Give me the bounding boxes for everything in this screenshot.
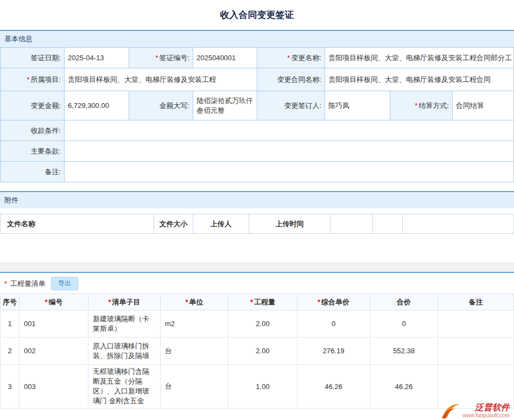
attachments-section: 附件 文件名称 文件大小 上传人 上传时间 bbox=[0, 191, 514, 262]
cell-total: 0 bbox=[370, 310, 438, 338]
required-marker: * bbox=[287, 54, 290, 62]
header-text: 序号 bbox=[3, 298, 17, 306]
attachments-col-empty-1 bbox=[331, 214, 373, 234]
boq-col-quantity: *工程量 bbox=[229, 294, 297, 310]
boq-col-remark: 备注 bbox=[438, 294, 514, 310]
boq-header-row: 序号 *编号 *清单子目 *单位 *工程量 *综合单价 合价 备注 bbox=[1, 294, 514, 310]
cell-seq: 2 bbox=[1, 338, 20, 365]
boq-section-header: * 工程量清单 导出 bbox=[0, 273, 514, 294]
field-label-signer: 变更签订人: bbox=[257, 91, 325, 120]
value-text: 2025040001 bbox=[196, 54, 236, 62]
cell-unit: 台 bbox=[161, 338, 229, 365]
cell-remark bbox=[438, 338, 514, 365]
basic-info-section-header: 基本信息 bbox=[0, 30, 514, 47]
boq-col-total: 合价 bbox=[370, 294, 438, 310]
field-label-receipt-terms: 收款条件: bbox=[1, 120, 65, 141]
cell-quantity: 2.00 bbox=[229, 338, 297, 365]
table-row: 3 003 无框玻璃移门含隔断及五金（分隔区）、入口新增玻璃门 金刚含五金 台 … bbox=[1, 365, 514, 409]
attachments-col-filesize: 文件大小 bbox=[154, 214, 193, 234]
cell-unit: 台 bbox=[161, 365, 229, 409]
attachments-section-header: 附件 bbox=[0, 191, 514, 208]
required-marker: * bbox=[318, 298, 320, 306]
value-text: 6,729,300.00 bbox=[68, 101, 109, 110]
cell-remark bbox=[438, 365, 514, 409]
field-value-change-amount: 6,729,300.00 bbox=[65, 91, 129, 120]
attachments-section-title: 附件 bbox=[4, 196, 18, 204]
brand-text: 泛普软件 www.fanpusoft.com bbox=[462, 403, 510, 419]
field-label-change-name: *变更名称: bbox=[257, 48, 325, 68]
value-text: 2025-04-13 bbox=[68, 54, 104, 62]
boq-col-seq: 序号 bbox=[1, 294, 20, 310]
cell-seq: 1 bbox=[1, 310, 20, 338]
required-marker: * bbox=[155, 54, 158, 62]
cell-code: 002 bbox=[20, 338, 88, 365]
cell-seq: 3 bbox=[1, 365, 20, 409]
attachments-col-empty-2 bbox=[373, 214, 403, 234]
value-text: 贵阳项目样板间、大堂、电梯厅装修及安装工程合同部分工 bbox=[328, 54, 512, 62]
boq-col-code: *编号 bbox=[20, 294, 88, 310]
form-row-6: 备注: bbox=[1, 162, 514, 182]
boq-col-item: *清单子目 bbox=[88, 294, 161, 310]
label-text: 金额大写: bbox=[159, 101, 189, 110]
value-text: 陈巧凤 bbox=[328, 101, 350, 110]
form-row-3: 变更金额: 6,729,300.00 金额大写: 陆佰柒拾贰万玖仟叁佰元整 变更… bbox=[1, 91, 514, 120]
attachments-col-uploader: 上传人 bbox=[193, 214, 249, 234]
value-text: 贵阳项目样板间、大堂、电梯厅装修及安装工程 bbox=[68, 75, 216, 84]
label-text: 签证日期: bbox=[30, 54, 61, 62]
brand-site: www.fanpusoft.com bbox=[462, 412, 510, 419]
field-label-change-contract-name: 变更合同名称: bbox=[257, 68, 325, 91]
cell-code: 003 bbox=[20, 365, 88, 409]
required-marker: * bbox=[415, 101, 417, 110]
header-text: 编号 bbox=[49, 298, 63, 306]
required-marker: * bbox=[45, 298, 47, 306]
field-value-project: 贵阳项目样板间、大堂、电梯厅装修及安装工程 bbox=[65, 68, 257, 91]
header-text: 综合单价 bbox=[321, 298, 350, 306]
attachments-header-row: 文件名称 文件大小 上传人 上传时间 bbox=[1, 214, 514, 234]
field-value-settlement: 合同结算 bbox=[453, 91, 514, 120]
boq-section-title: * 工程量清单 bbox=[4, 279, 46, 289]
label-text: 收款条件: bbox=[30, 126, 61, 135]
boq-col-unit: *单位 bbox=[161, 294, 229, 310]
label-text: 签证编号: bbox=[159, 54, 189, 62]
section-separator bbox=[0, 262, 514, 272]
required-marker: * bbox=[27, 75, 29, 84]
cell-remark bbox=[438, 310, 514, 338]
label-text: 备注: bbox=[45, 168, 61, 176]
required-marker: * bbox=[4, 279, 7, 288]
form-row-5: 主要条款: bbox=[1, 141, 514, 162]
brand-name: 泛普软件 bbox=[462, 403, 510, 412]
export-button[interactable]: 导出 bbox=[51, 277, 78, 290]
field-value-amount-words: 陆佰柒拾贰万玖仟叁佰元整 bbox=[193, 91, 257, 120]
table-row: 2 002 原入口玻璃移门拆装、拆除门及隔墙 台 2.00 276.19 552… bbox=[1, 338, 514, 365]
field-label-sign-no: *签证编号: bbox=[129, 48, 193, 68]
field-value-change-contract-name: 贵阳项目样板间、大堂、电梯厅装修及安装工程合同 bbox=[325, 68, 514, 91]
cell-unitprice: 276.19 bbox=[297, 338, 370, 365]
header-text: 合价 bbox=[397, 298, 411, 306]
boq-table: 序号 *编号 *清单子目 *单位 *工程量 *综合单价 合价 备注 1 001 … bbox=[0, 294, 514, 409]
boq-title-text: 工程量清单 bbox=[10, 279, 46, 288]
cell-quantity: 1.00 bbox=[229, 365, 297, 409]
cell-item: 原入口玻璃移门拆装、拆除门及隔墙 bbox=[88, 338, 161, 365]
field-label-amount-words: 金额大写: bbox=[129, 91, 193, 120]
field-label-sign-date: 签证日期: bbox=[1, 48, 65, 68]
label-text: 变更合同名称: bbox=[277, 75, 321, 84]
label-text: 变更签订人: bbox=[284, 101, 321, 110]
attachments-col-empty-3 bbox=[403, 214, 514, 234]
attachments-table: 文件名称 文件大小 上传人 上传时间 bbox=[0, 214, 514, 234]
value-text: 合同结算 bbox=[456, 101, 484, 110]
value-text: 贵阳项目样板间、大堂、电梯厅装修及安装工程合同 bbox=[328, 75, 491, 84]
field-value-receipt-terms bbox=[65, 120, 514, 141]
field-value-signer: 陈巧凤 bbox=[325, 91, 390, 120]
field-value-change-name: 贵阳项目样板间、大堂、电梯厅装修及安装工程合同部分工 bbox=[325, 48, 514, 68]
field-label-remark: 备注: bbox=[1, 162, 65, 182]
label-text: 所属项目: bbox=[30, 75, 61, 84]
brand-watermark: 泛普软件 www.fanpusoft.com bbox=[442, 403, 510, 419]
table-row: 1 001 新建玻璃隔断（卡莱斯卓） m2 2.00 0 0 bbox=[1, 310, 514, 338]
cell-unit: m2 bbox=[161, 310, 229, 338]
label-text: 主要条款: bbox=[30, 147, 61, 155]
label-text: 变更金额: bbox=[30, 101, 61, 110]
field-value-sign-date: 2025-04-13 bbox=[65, 48, 129, 68]
header-text: 清单子目 bbox=[112, 298, 141, 306]
header-text: 备注 bbox=[469, 298, 483, 306]
form-row-1: 签证日期: 2025-04-13 *签证编号: 2025040001 *变更名称… bbox=[1, 48, 514, 68]
